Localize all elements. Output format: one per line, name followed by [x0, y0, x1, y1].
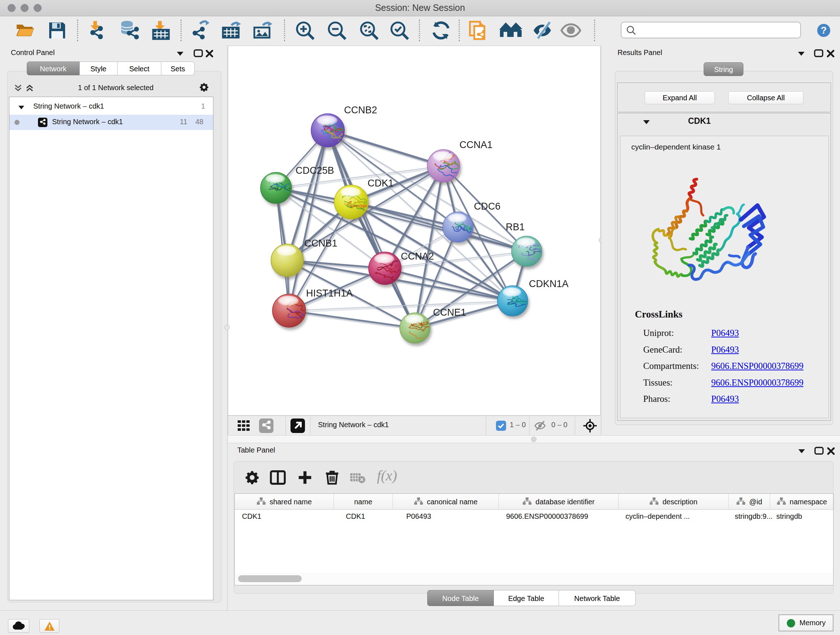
- svg-text:CDC25B: CDC25B: [295, 165, 334, 176]
- svg-text:CDKN1A: CDKN1A: [529, 279, 569, 289]
- svg-text:HIST1H1A: HIST1H1A: [306, 288, 353, 299]
- svg-text:CCNB2: CCNB2: [344, 105, 377, 116]
- svg-text:RB1: RB1: [506, 222, 525, 233]
- svg-text:CDK1: CDK1: [368, 178, 393, 188]
- svg-text:CCNA2: CCNA2: [401, 251, 434, 262]
- svg-text:CCNB1: CCNB1: [304, 238, 338, 249]
- svg-text:CDC6: CDC6: [474, 201, 501, 212]
- svg-text:CCNE1: CCNE1: [433, 307, 466, 318]
- svg-text:CCNA1: CCNA1: [459, 139, 493, 150]
